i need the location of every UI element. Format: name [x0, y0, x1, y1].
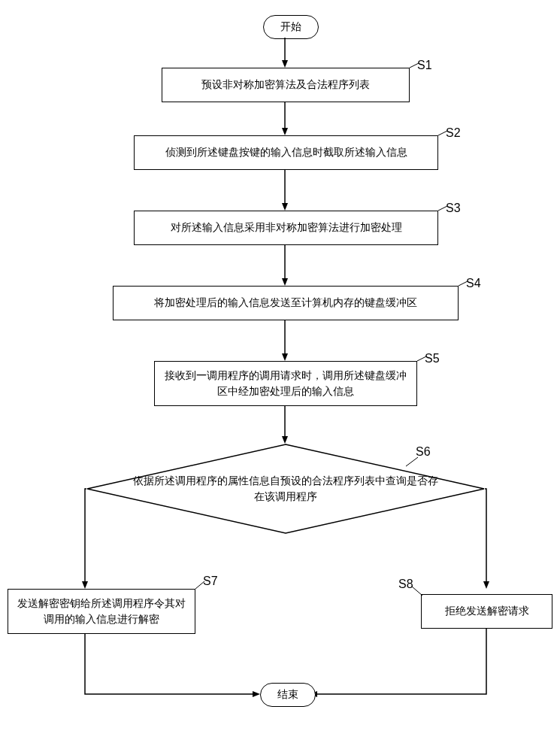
label-line-s6 [406, 459, 419, 469]
svg-marker-7 [282, 203, 288, 211]
svg-marker-1 [282, 60, 288, 68]
arrow-start-s1 [281, 38, 289, 68]
label-line-s1 [410, 68, 420, 75]
process-s2: 侦测到所述键盘按键的输入信息时截取所述输入信息 [134, 135, 438, 170]
flowchart-container: 开始 预设非对称加密算法及合法程序列表 S1 侦测到所述键盘按键的输入信息时截取… [0, 15, 560, 737]
process-s1-text: 预设非对称加密算法及合法程序列表 [201, 78, 370, 92]
process-s4: 将加密处理后的输入信息发送至计算机内存的键盘缓冲区 [113, 286, 459, 320]
process-s8: 拒绝发送解密请求 [421, 594, 552, 629]
end-label: 结束 [277, 688, 298, 700]
arrow-s1-s2 [281, 102, 289, 135]
svg-line-22 [412, 587, 422, 596]
svg-line-18 [406, 457, 418, 466]
step-label-s6: S6 [416, 445, 431, 459]
svg-marker-20 [483, 581, 489, 589]
label-line-s2 [438, 135, 449, 143]
label-line-s3 [438, 211, 449, 218]
connector-s8-end [308, 629, 496, 706]
process-s5-text: 接收到一调用程序的调用请求时，调用所述键盘缓冲区中经加密处理后的输入信息 [162, 368, 409, 399]
process-s3: 对所述输入信息采用非对称加密算法进行加密处理 [134, 211, 438, 245]
process-s4-text: 将加密处理后的输入信息发送至计算机内存的键盘缓冲区 [154, 296, 417, 310]
decision-s6-text: 依据所述调用程序的属性信息自预设的合法程序列表中查询是否存在该调用程序 [132, 473, 440, 505]
svg-marker-16 [282, 436, 288, 444]
process-s7: 发送解密密钥给所述调用程序令其对调用的输入信息进行解密 [8, 589, 195, 634]
connector-s6-s7 [86, 489, 109, 596]
process-s3-text: 对所述输入信息采用非对称加密算法进行加密处理 [171, 221, 402, 235]
process-s1: 预设非对称加密算法及合法程序列表 [162, 68, 410, 102]
start-terminator: 开始 [263, 15, 319, 39]
arrow-s5-s6 [281, 406, 289, 444]
process-s7-text: 发送解密密钥给所述调用程序令其对调用的输入信息进行解密 [16, 596, 187, 627]
svg-marker-19 [82, 581, 88, 589]
svg-marker-13 [282, 353, 288, 361]
label-line-s8 [412, 590, 424, 599]
svg-marker-23 [253, 691, 260, 697]
step-label-s8: S8 [398, 578, 413, 591]
label-line-s4 [459, 286, 469, 293]
end-terminator: 结束 [260, 683, 316, 707]
label-line-s7 [195, 589, 206, 596]
connector-s7-end [85, 634, 273, 711]
process-s5: 接收到一调用程序的调用请求时，调用所述键盘缓冲区中经加密处理后的输入信息 [154, 361, 417, 406]
label-line-s5 [417, 361, 428, 368]
arrow-s2-s3 [281, 170, 289, 211]
start-label: 开始 [280, 20, 301, 32]
connector-s6-s8 [485, 489, 507, 596]
svg-marker-10 [282, 278, 288, 286]
arrow-s3-s4 [281, 245, 289, 286]
process-s2-text: 侦测到所述键盘按键的输入信息时截取所述输入信息 [165, 146, 407, 159]
step-label-s7: S7 [203, 575, 218, 588]
svg-marker-4 [282, 128, 288, 135]
arrow-s4-s5 [281, 320, 289, 361]
process-s8-text: 拒绝发送解密请求 [445, 605, 529, 618]
